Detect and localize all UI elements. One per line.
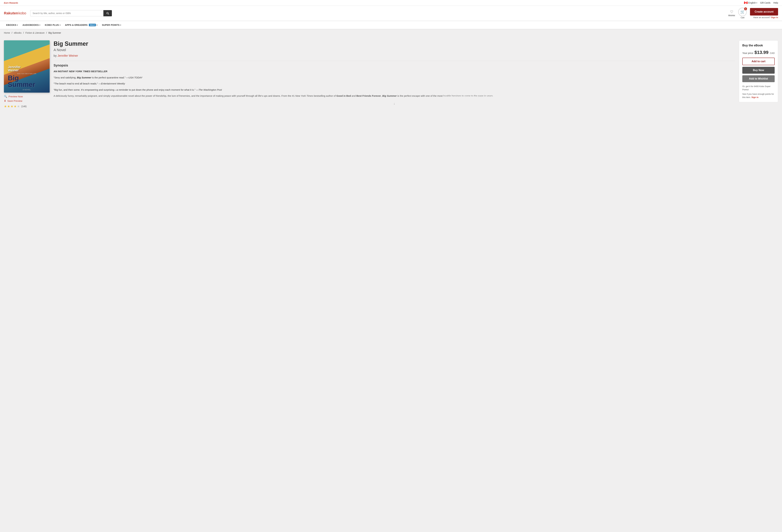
nav-audiobooks[interactable]: AUDIOBOOKS ▾ <box>20 21 43 29</box>
star-3: ★ <box>10 104 13 108</box>
search-icon <box>106 11 109 15</box>
buy-box: Buy the eBook Your price $13.99 CAD Add … <box>739 40 778 102</box>
quote3: "Big fun, and then some. It's empowering… <box>54 88 735 92</box>
star-1: ★ <box>4 104 7 108</box>
synopsis-intro: AN INSTANT NEW YORK TIMES BESTSELLER <box>54 70 107 73</box>
chevron-down-icon: ▾ <box>756 2 757 4</box>
help-link[interactable]: Help <box>773 1 778 4</box>
middle-content: Big Summer A Novel by Jennifer Weiner Sy… <box>54 40 735 131</box>
star-rating: ★ ★ ★ ★ ★ (146) <box>4 104 50 108</box>
buy-now-button[interactable]: Buy Now <box>742 67 775 74</box>
chevron-down-icon: ▾ <box>17 24 18 26</box>
separator: / <box>46 32 47 34</box>
have-account-text: Have an account? Sign in <box>753 16 778 19</box>
search-input[interactable] <box>30 10 103 16</box>
nav-apps-ereaders[interactable]: APPS & eREADERS SALE ▾ <box>63 21 100 29</box>
add-to-cart-button[interactable]: Add to cart <box>742 58 775 65</box>
language-selector[interactable]: 🇨🇦 English ▾ <box>744 1 757 5</box>
nav-super-points-label: SUPER POINTS <box>102 24 119 26</box>
book-subtitle: A Novel <box>54 48 735 52</box>
star-4: ★ <box>14 104 17 108</box>
cart-label: Cart <box>741 16 744 19</box>
right-panel: Buy the eBook Your price $13.99 CAD Add … <box>739 40 778 131</box>
gift-cards-link[interactable]: Gift Cards <box>760 1 771 4</box>
create-account-section: Create account Have an account? Sign in <box>750 8 778 19</box>
main-content: JenniferWeiner New York BESTSELLER BigSu… <box>0 36 782 134</box>
your-price-label: Your price <box>742 51 753 55</box>
cart-button[interactable]: 🛒 1 Cart <box>738 8 747 19</box>
nav-audiobooks-label: AUDIOBOOKS <box>23 24 39 26</box>
price-display: $13.99 CAD <box>754 50 775 55</box>
header: Rakuten kobo ♡ Wishlist 🛒 1 Cart Create … <box>0 6 782 21</box>
separator: / <box>23 32 24 34</box>
book-cover-image: JenniferWeiner New York BESTSELLER BigSu… <box>4 40 50 93</box>
chevron-down-icon: ▾ <box>39 24 40 26</box>
star-2: ★ <box>7 104 10 108</box>
logo-rakuten: Rakuten <box>4 11 18 15</box>
cart-badge: 1 <box>744 7 747 10</box>
logo[interactable]: Rakuten kobo <box>4 11 26 15</box>
heart-icon: ♡ <box>730 10 733 14</box>
nav: eBOOKS ▾ AUDIOBOOKS ▾ KOBO PLUS ▾ APPS &… <box>0 21 782 29</box>
cover-title: BigSummer <box>8 75 46 88</box>
chevron-down-icon: ▾ <box>60 24 61 26</box>
preview-now-label: Preview Now <box>8 95 23 98</box>
nav-kobo-plus[interactable]: KOBO PLUS ▾ <box>43 21 63 29</box>
sign-in-link[interactable]: Sign in <box>771 16 778 19</box>
left-panel: JenniferWeiner New York BESTSELLER BigSu… <box>4 40 50 131</box>
download-icon: ⬇ <box>4 99 6 102</box>
breadcrumb-ebooks[interactable]: eBooks <box>14 32 22 34</box>
buy-title: Buy the eBook <box>742 44 775 47</box>
review-count: (146) <box>21 105 27 108</box>
save-preview-button[interactable]: ⬇ Save Preview <box>4 99 50 102</box>
chevron-down-icon: ▾ <box>97 24 97 26</box>
wishlist-label: Wishlist <box>728 14 735 17</box>
breadcrumb-current: Big Summer <box>48 32 61 34</box>
flag-icon: 🇨🇦 <box>744 1 748 5</box>
synopsis-body: A deliciously funny, remarkably poignant… <box>54 94 735 98</box>
points-sign-in: See if you have enough points for this i… <box>742 93 775 99</box>
header-actions: ♡ Wishlist 🛒 1 Cart Create account Have … <box>728 8 778 19</box>
search-button[interactable] <box>103 10 112 16</box>
book-author: by Jennifer Weiner <box>54 54 735 58</box>
synopsis-heading: Synopsis <box>54 64 735 67</box>
create-account-button[interactable]: Create account <box>750 8 778 15</box>
quote2: "The beach read to end all beach reads."… <box>54 81 735 86</box>
scroll-down-arrow[interactable]: ↓ <box>54 100 735 107</box>
cover-a-novel: A NOVEL <box>8 89 46 91</box>
logo-kobo: kobo <box>19 11 26 15</box>
nav-kobo-plus-label: KOBO PLUS <box>45 24 59 26</box>
kobo-points-text: Or, get it for 6400 Kobo Super Points! <box>742 85 775 91</box>
synopsis-text: AN INSTANT NEW YORK TIMES BESTSELLER "Se… <box>54 69 735 98</box>
points-sign-in-link[interactable]: Sign in <box>751 96 758 99</box>
nav-apps-label: APPS & eREADERS <box>65 24 87 26</box>
breadcrumb-category[interactable]: Fiction & Literature <box>25 32 45 34</box>
price-amount: $13.99 <box>754 50 769 55</box>
add-to-wishlist-button[interactable]: Add to Wishlist <box>742 75 775 82</box>
nav-ebooks[interactable]: eBOOKS ▾ <box>4 21 20 29</box>
wishlist-button[interactable]: ♡ Wishlist <box>728 10 735 17</box>
currency-label: CAD <box>770 52 775 55</box>
separator: / <box>11 32 12 34</box>
star-5: ★ <box>17 104 20 108</box>
author-link[interactable]: Jennifer Weiner <box>58 54 78 57</box>
language-label: English <box>748 1 756 4</box>
cover-author-name: JenniferWeiner <box>8 65 46 72</box>
sale-badge: SALE <box>89 24 96 26</box>
nav-ebooks-label: eBOOKS <box>6 24 16 26</box>
chevron-down-icon: ▾ <box>120 24 121 26</box>
breadcrumb-home[interactable]: Home <box>4 32 10 34</box>
cart-icon: 🛒 <box>740 10 745 14</box>
nav-super-points[interactable]: SUPER POINTS ▾ <box>100 21 123 29</box>
preview-now-button[interactable]: 🔍 Preview Now <box>4 95 50 98</box>
book-cover: JenniferWeiner New York BESTSELLER BigSu… <box>4 40 50 93</box>
book-title: Big Summer <box>54 40 735 47</box>
search-icon: 🔍 <box>4 95 7 98</box>
preview-actions: 🔍 Preview Now ⬇ Save Preview <box>4 95 50 102</box>
breadcrumb: Home / eBooks / Fiction & Literature / B… <box>0 29 782 36</box>
earn-rewards: Earn Rewards <box>4 2 18 4</box>
top-bar-right: 🇨🇦 English ▾ Gift Cards Help <box>744 1 778 5</box>
top-bar: Earn Rewards 🇨🇦 English ▾ Gift Cards Hel… <box>0 0 782 6</box>
cart-circle: 🛒 1 <box>738 8 747 16</box>
search-bar <box>30 10 112 16</box>
